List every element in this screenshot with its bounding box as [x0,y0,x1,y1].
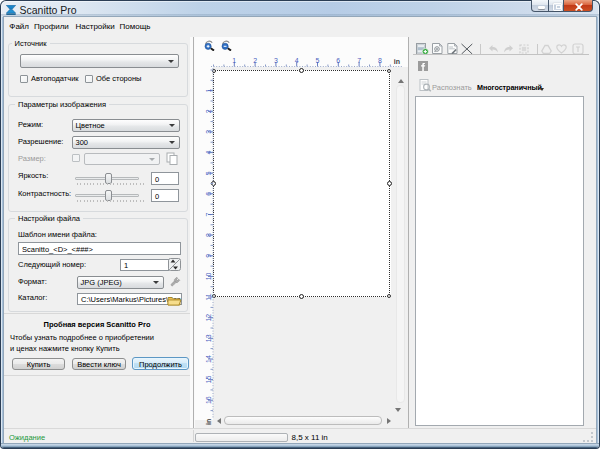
svg-text:1: 1 [205,89,212,93]
svg-text:8: 8 [205,233,212,237]
svg-text:9: 9 [205,254,212,258]
svg-text:4: 4 [205,151,212,155]
svg-text:16: 16 [205,396,212,404]
svg-text:7: 7 [357,57,361,64]
svg-text:14: 14 [205,355,212,363]
svg-text:15: 15 [205,376,212,384]
svg-text:5: 5 [316,57,320,64]
svg-text:8: 8 [378,57,382,64]
svg-text:7: 7 [205,212,212,216]
svg-text:1: 1 [232,57,236,64]
svg-text:5: 5 [205,171,212,175]
svg-text:11: 11 [205,293,212,300]
svg-text:3: 3 [205,130,212,134]
svg-text:2: 2 [253,57,257,64]
svg-text:3: 3 [274,57,278,64]
svg-text:2: 2 [205,109,212,113]
svg-text:in: in [205,419,212,425]
svg-text:4: 4 [295,57,299,64]
svg-text:in: in [394,58,400,65]
svg-text:13: 13 [205,334,212,342]
svg-text:6: 6 [336,57,340,64]
svg-text:12: 12 [205,314,212,322]
svg-text:6: 6 [205,192,212,196]
svg-text:10: 10 [205,272,212,280]
